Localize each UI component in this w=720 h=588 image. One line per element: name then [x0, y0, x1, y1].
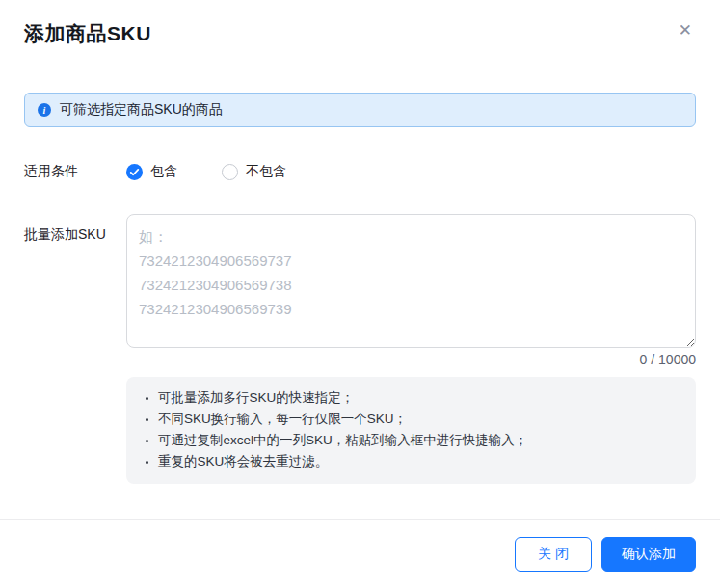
confirm-add-button[interactable]: 确认添加 [601, 537, 696, 572]
modal-footer: 关 闭 确认添加 [0, 519, 720, 588]
modal-header: 添加商品SKU ✕ [0, 0, 720, 67]
info-icon: i [38, 103, 51, 117]
tips-box: 可批量添加多行SKU的快速指定； 不同SKU换行输入，每一行仅限一个SKU； 可… [126, 377, 696, 484]
condition-row: 适用条件 包含 不包含 [24, 163, 696, 180]
tip-item: 可批量添加多行SKU的快速指定； [158, 388, 680, 409]
batch-sku-row: 批量添加SKU 0 / 10000 可批量添加多行SKU的快速指定； 不同SKU… [24, 214, 696, 484]
radio-include-label: 包含 [150, 163, 177, 180]
condition-radio-group: 包含 不包含 [126, 163, 286, 180]
modal-content: i 可筛选指定商品SKU的商品 适用条件 包含 不包含 [0, 67, 720, 484]
info-banner-text: 可筛选指定商品SKU的商品 [60, 101, 223, 119]
add-sku-modal: 添加商品SKU ✕ i 可筛选指定商品SKU的商品 适用条件 包含 [0, 0, 720, 588]
page-title: 添加商品SKU [24, 20, 151, 47]
tips-list: 可批量添加多行SKU的快速指定； 不同SKU换行输入，每一行仅限一个SKU； 可… [142, 388, 680, 472]
batch-sku-field: 0 / 10000 可批量添加多行SKU的快速指定； 不同SKU换行输入，每一行… [126, 214, 696, 484]
tip-item: 重复的SKU将会被去重过滤。 [158, 451, 680, 472]
condition-label: 适用条件 [24, 163, 126, 180]
radio-unchecked-icon [222, 164, 238, 180]
info-banner: i 可筛选指定商品SKU的商品 [24, 93, 696, 127]
batch-sku-label: 批量添加SKU [24, 214, 126, 244]
tip-item: 可通过复制excel中的一列SKU，粘贴到输入框中进行快捷输入； [158, 430, 680, 451]
radio-checked-icon [126, 164, 143, 180]
close-button[interactable]: 关 闭 [515, 537, 592, 572]
close-icon[interactable]: ✕ [675, 18, 696, 42]
sku-textarea[interactable] [126, 214, 696, 348]
tip-item: 不同SKU换行输入，每一行仅限一个SKU； [158, 409, 680, 430]
radio-exclude[interactable]: 不包含 [222, 163, 286, 180]
radio-include[interactable]: 包含 [126, 163, 177, 180]
radio-exclude-label: 不包含 [246, 163, 286, 180]
char-counter: 0 / 10000 [126, 352, 696, 369]
